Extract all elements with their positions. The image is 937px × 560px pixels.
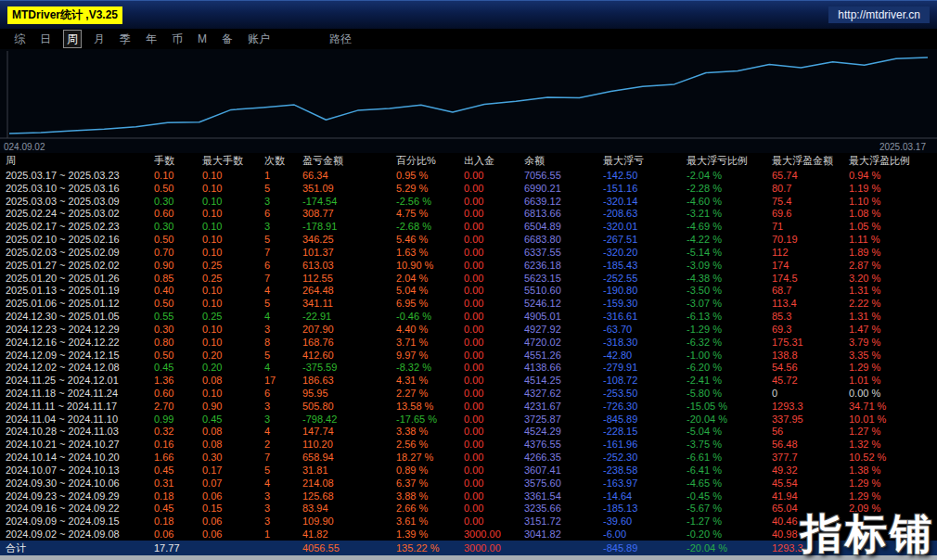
cell-max-drawdown: -6.00 [603,528,687,540]
table-row[interactable]: 2024.09.23 ~ 2024.09.290.180.063125.683.… [0,490,937,503]
cell-trades: 3 [264,196,302,207]
cell-trades: 5 [264,183,302,194]
table-row[interactable]: 2025.01.06 ~ 2025.01.120.500.105341.116.… [0,297,937,310]
menu-bar: 综日周月季年币M备账户路径 [0,29,937,49]
table-row[interactable]: 2025.03.10 ~ 2025.03.160.500.105351.095.… [0,182,937,195]
menu-item-lujing[interactable]: 路径 [327,31,354,47]
titlebar-url-link[interactable]: http://mtdriver.cn [828,6,930,23]
cell-max-float-profit: 337.95 [772,414,849,425]
cell-pnl: 101.37 [302,247,396,258]
cell-trades: 3 [264,324,302,335]
cell-pnl: 186.63 [302,375,396,386]
table-row[interactable]: 2025.02.10 ~ 2025.02.160.500.105346.255.… [0,233,937,246]
cell-deposit-withdrawal: 0.00 [464,260,524,271]
cell-week-range: 2024.10.28 ~ 2024.11.03 [6,426,154,437]
table-row[interactable]: 2024.10.21 ~ 2024.10.270.160.082110.202.… [0,438,937,451]
cell-max-float-profit: 70.19 [772,234,849,245]
table-row[interactable]: 2024.09.02 ~ 2024.09.080.060.06141.821.3… [0,528,937,541]
column-header-pnl: 盈亏金额 [302,154,396,168]
x-axis-end-label: 2025.03.17 [879,142,926,152]
table-row[interactable]: 2025.02.24 ~ 2025.03.020.600.106308.774.… [0,207,937,220]
table-row[interactable]: 2025.01.20 ~ 2025.01.260.850.257112.552.… [0,272,937,285]
cell-pnl: 125.68 [302,490,396,502]
cell-max-drawdown-pct: -6.61 % [687,452,772,463]
cell-max-float-profit: 174.5 [772,273,849,284]
cell-pnl: -22.91 [302,311,396,322]
cell-week-range: 2024.10.07 ~ 2024.10.13 [6,465,154,476]
cell-max-lots: 0.10 [202,170,264,181]
table-row[interactable]: 2024.11.11 ~ 2024.11.172.700.903505.8013… [0,400,937,413]
cell-week-range: 2025.01.27 ~ 2025.02.02 [6,260,154,271]
table-row[interactable]: 2024.10.14 ~ 2024.10.201.660.307658.9418… [0,451,937,464]
table-row[interactable]: 2024.12.30 ~ 2025.01.050.550.254-22.91-0… [0,310,937,323]
table-row[interactable]: 2024.12.23 ~ 2024.12.290.300.103207.904.… [0,323,937,336]
menu-item-ri[interactable]: 日 [37,31,54,47]
cell-max-float-profit-pct: 1.89 % [849,247,937,258]
cell-lots: 0.90 [154,260,202,271]
table-row[interactable]: 2025.01.27 ~ 2025.02.020.900.256613.0310… [0,259,937,272]
table-row[interactable]: 2024.12.16 ~ 2024.12.220.800.108168.763.… [0,336,937,349]
cell-pnl: 95.95 [302,388,396,399]
table-row[interactable]: 2024.12.09 ~ 2024.12.150.500.205412.609.… [0,349,937,362]
cell-pnl: 214.08 [302,477,396,489]
cell-deposit-withdrawal: 0.00 [464,324,524,335]
menu-item-yue[interactable]: 月 [91,31,108,47]
cell-trades: 4 [264,426,302,437]
cell-max-float-profit-pct: 1.47 % [849,324,937,335]
cell-pnl: 613.03 [302,260,396,271]
watermark: 指标铺 [801,508,934,560]
table-row[interactable]: 2025.02.17 ~ 2025.02.230.300.103-178.91-… [0,220,937,233]
cell-max-float-profit-pct: 1.31 % [849,285,937,296]
cell-trades: 1 [264,170,302,181]
cell-pnl-pct: 13.58 % [396,401,464,412]
table-row[interactable]: 2024.11.04 ~ 2024.11.100.990.453-798.42-… [0,413,937,426]
cell-week-range: 2024.11.11 ~ 2024.11.17 [6,401,154,412]
cell-trades: 4 [264,477,302,489]
menu-item-bei[interactable]: 备 [219,31,236,47]
cell-pnl: 346.25 [302,234,396,245]
menu-item-m[interactable]: M [195,31,210,47]
horizontal-scrollbar[interactable] [0,555,937,560]
cell-trades: 1 [264,528,302,540]
table-row[interactable]: 2025.01.13 ~ 2025.01.190.400.104264.485.… [0,284,937,297]
cell-lots: 1.36 [154,375,202,386]
table-row[interactable]: 2025.03.03 ~ 2025.03.090.300.103-174.54-… [0,195,937,208]
table-row[interactable]: 2024.09.09 ~ 2024.09.150.180.063109.903.… [0,515,937,528]
cell-max-lots: 0.10 [202,298,264,309]
menu-item-nian[interactable]: 年 [143,31,160,47]
menu-item-zhanghu[interactable]: 账户 [245,31,273,47]
menu-item-bi[interactable]: 币 [169,31,186,47]
table-row[interactable]: 2024.09.16 ~ 2024.09.220.450.15383.942.6… [0,503,937,515]
menu-item-ji[interactable]: 季 [117,31,134,47]
table-row[interactable]: 2025.03.17 ~ 2025.03.230.100.10166.340.9… [0,169,937,182]
cell-max-float-profit-pct: 1.27 % [849,426,937,437]
column-header-max-float-profit: 最大浮盈金额 [772,154,849,168]
table-row[interactable]: 2024.09.30 ~ 2024.10.060.310.074214.086.… [0,477,937,490]
cell-week-range: 2025.01.13 ~ 2025.01.19 [6,285,154,296]
cell-max-lots: 0.20 [202,350,264,361]
total-cell-max-drawdown: -845.89 [603,542,687,554]
cell-deposit-withdrawal: 0.00 [464,170,524,181]
cell-max-drawdown-pct: -4.65 % [687,477,772,489]
cell-max-lots: 0.17 [202,465,264,476]
table-row[interactable]: 2025.02.03 ~ 2025.02.090.700.107101.371.… [0,246,937,259]
cell-max-drawdown: -267.51 [603,234,687,245]
cell-trades: 4 [264,362,302,373]
cell-max-float-profit-pct: 34.71 % [849,401,937,412]
table-body: 2025.03.17 ~ 2025.03.230.100.10166.340.9… [0,169,937,541]
menu-item-zong[interactable]: 综 [11,31,28,47]
table-row[interactable]: 2024.10.07 ~ 2024.10.130.450.17531.810.8… [0,464,937,477]
cell-max-lots: 0.06 [202,528,264,540]
menu-item-zhou[interactable]: 周 [63,30,82,48]
table-row[interactable]: 2024.10.28 ~ 2024.11.030.320.084147.743.… [0,426,937,439]
cell-lots: 0.45 [154,503,202,514]
cell-max-lots: 0.10 [202,183,264,194]
cell-deposit-withdrawal: 3000.00 [464,528,524,540]
cell-balance: 4138.66 [524,362,603,373]
table-row[interactable]: 2024.11.25 ~ 2024.12.011.360.0817186.634… [0,374,937,387]
cell-max-drawdown: -320.14 [603,196,687,207]
table-row[interactable]: 2024.12.02 ~ 2024.12.080.450.204-375.59-… [0,361,937,374]
cell-max-float-profit: 112 [772,247,849,258]
table-row[interactable]: 2024.11.18 ~ 2024.11.240.600.10695.952.2… [0,387,937,400]
equity-chart: 024.09.02 2025.03.17 [0,49,937,153]
